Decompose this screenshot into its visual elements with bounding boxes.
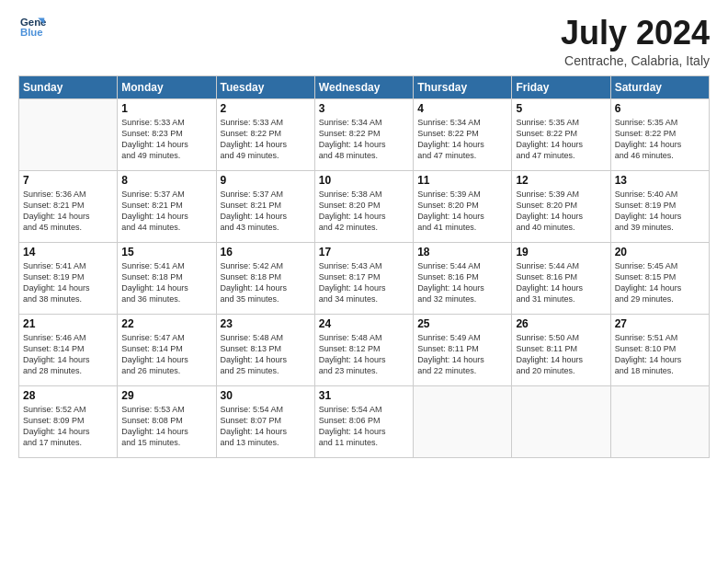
th-tuesday: Tuesday xyxy=(216,75,314,98)
th-saturday: Saturday xyxy=(610,75,709,98)
day-info: Sunrise: 5:44 AMSunset: 8:16 PMDaylight:… xyxy=(417,260,507,305)
day-number: 25 xyxy=(417,317,507,330)
day-number: 30 xyxy=(221,389,311,402)
calendar-body: 1Sunrise: 5:33 AMSunset: 8:23 PMDaylight… xyxy=(19,98,710,457)
calendar-cell: 15Sunrise: 5:41 AMSunset: 8:18 PMDayligh… xyxy=(118,242,216,314)
day-info: Sunrise: 5:37 AMSunset: 8:21 PMDaylight:… xyxy=(121,189,211,234)
day-number: 19 xyxy=(516,246,606,259)
day-number: 16 xyxy=(221,246,311,259)
day-info: Sunrise: 5:54 AMSunset: 8:07 PMDaylight:… xyxy=(221,404,311,449)
calendar-cell: 16Sunrise: 5:42 AMSunset: 8:18 PMDayligh… xyxy=(216,242,314,314)
day-number: 28 xyxy=(23,389,113,402)
calendar-cell: 18Sunrise: 5:44 AMSunset: 8:16 PMDayligh… xyxy=(414,242,512,314)
day-number: 6 xyxy=(615,102,705,115)
th-monday: Monday xyxy=(118,75,216,98)
day-number: 23 xyxy=(221,317,311,330)
logo-icon: General Blue xyxy=(20,15,46,40)
week-row-3: 21Sunrise: 5:46 AMSunset: 8:14 PMDayligh… xyxy=(19,314,710,385)
subtitle: Centrache, Calabria, Italy xyxy=(561,53,710,68)
day-info: Sunrise: 5:39 AMSunset: 8:20 PMDaylight:… xyxy=(417,189,507,234)
calendar-cell: 20Sunrise: 5:45 AMSunset: 8:15 PMDayligh… xyxy=(610,242,709,314)
weekday-header-row: Sunday Monday Tuesday Wednesday Thursday… xyxy=(19,75,710,98)
day-number: 7 xyxy=(23,174,113,187)
calendar-cell: 3Sunrise: 5:34 AMSunset: 8:22 PMDaylight… xyxy=(314,98,413,170)
calendar-cell: 14Sunrise: 5:41 AMSunset: 8:19 PMDayligh… xyxy=(19,242,118,314)
day-info: Sunrise: 5:36 AMSunset: 8:21 PMDaylight:… xyxy=(23,189,113,234)
calendar-cell: 12Sunrise: 5:39 AMSunset: 8:20 PMDayligh… xyxy=(512,170,610,242)
day-number: 27 xyxy=(615,317,705,330)
calendar-cell: 27Sunrise: 5:51 AMSunset: 8:10 PMDayligh… xyxy=(610,314,709,385)
calendar-cell: 24Sunrise: 5:48 AMSunset: 8:12 PMDayligh… xyxy=(314,314,413,385)
day-number: 10 xyxy=(319,174,409,187)
calendar-cell: 21Sunrise: 5:46 AMSunset: 8:14 PMDayligh… xyxy=(19,314,118,385)
day-info: Sunrise: 5:54 AMSunset: 8:06 PMDaylight:… xyxy=(319,404,409,449)
day-info: Sunrise: 5:37 AMSunset: 8:21 PMDaylight:… xyxy=(221,189,311,234)
day-info: Sunrise: 5:51 AMSunset: 8:10 PMDaylight:… xyxy=(615,332,705,377)
day-info: Sunrise: 5:38 AMSunset: 8:20 PMDaylight:… xyxy=(319,189,409,234)
calendar-cell: 7Sunrise: 5:36 AMSunset: 8:21 PMDaylight… xyxy=(19,170,118,242)
day-info: Sunrise: 5:42 AMSunset: 8:18 PMDaylight:… xyxy=(221,260,311,305)
day-info: Sunrise: 5:48 AMSunset: 8:13 PMDaylight:… xyxy=(221,332,311,377)
calendar-cell: 19Sunrise: 5:44 AMSunset: 8:16 PMDayligh… xyxy=(512,242,610,314)
day-number: 26 xyxy=(516,317,606,330)
day-info: Sunrise: 5:46 AMSunset: 8:14 PMDaylight:… xyxy=(23,332,113,377)
logo: General Blue xyxy=(18,15,46,40)
day-number: 4 xyxy=(417,102,507,115)
calendar-cell xyxy=(610,385,709,457)
day-number: 22 xyxy=(121,317,211,330)
calendar-cell: 31Sunrise: 5:54 AMSunset: 8:06 PMDayligh… xyxy=(314,385,413,457)
day-number: 31 xyxy=(319,389,409,402)
day-info: Sunrise: 5:47 AMSunset: 8:14 PMDaylight:… xyxy=(121,332,211,377)
day-number: 5 xyxy=(516,102,606,115)
calendar-cell xyxy=(19,98,118,170)
day-number: 8 xyxy=(121,174,211,187)
th-friday: Friday xyxy=(512,75,610,98)
th-sunday: Sunday xyxy=(19,75,118,98)
day-info: Sunrise: 5:35 AMSunset: 8:22 PMDaylight:… xyxy=(615,117,705,162)
day-info: Sunrise: 5:41 AMSunset: 8:19 PMDaylight:… xyxy=(23,260,113,305)
day-number: 13 xyxy=(615,174,705,187)
calendar-cell: 13Sunrise: 5:40 AMSunset: 8:19 PMDayligh… xyxy=(610,170,709,242)
day-number: 14 xyxy=(23,246,113,259)
calendar-cell: 6Sunrise: 5:35 AMSunset: 8:22 PMDaylight… xyxy=(610,98,709,170)
day-number: 12 xyxy=(516,174,606,187)
day-info: Sunrise: 5:35 AMSunset: 8:22 PMDaylight:… xyxy=(516,117,606,162)
calendar-cell: 30Sunrise: 5:54 AMSunset: 8:07 PMDayligh… xyxy=(216,385,314,457)
day-number: 20 xyxy=(615,246,705,259)
calendar-cell: 8Sunrise: 5:37 AMSunset: 8:21 PMDaylight… xyxy=(118,170,216,242)
week-row-4: 28Sunrise: 5:52 AMSunset: 8:09 PMDayligh… xyxy=(19,385,710,457)
month-title: July 2024 xyxy=(561,15,710,52)
calendar-cell: 17Sunrise: 5:43 AMSunset: 8:17 PMDayligh… xyxy=(314,242,413,314)
calendar-cell: 10Sunrise: 5:38 AMSunset: 8:20 PMDayligh… xyxy=(314,170,413,242)
day-number: 18 xyxy=(417,246,507,259)
calendar-cell xyxy=(414,385,512,457)
week-row-1: 7Sunrise: 5:36 AMSunset: 8:21 PMDaylight… xyxy=(19,170,710,242)
day-info: Sunrise: 5:33 AMSunset: 8:22 PMDaylight:… xyxy=(221,117,311,162)
calendar-cell: 11Sunrise: 5:39 AMSunset: 8:20 PMDayligh… xyxy=(414,170,512,242)
day-number: 2 xyxy=(221,102,311,115)
calendar-cell: 5Sunrise: 5:35 AMSunset: 8:22 PMDaylight… xyxy=(512,98,610,170)
calendar-cell xyxy=(512,385,610,457)
day-info: Sunrise: 5:45 AMSunset: 8:15 PMDaylight:… xyxy=(615,260,705,305)
day-info: Sunrise: 5:52 AMSunset: 8:09 PMDaylight:… xyxy=(23,404,113,449)
calendar-cell: 29Sunrise: 5:53 AMSunset: 8:08 PMDayligh… xyxy=(118,385,216,457)
day-info: Sunrise: 5:34 AMSunset: 8:22 PMDaylight:… xyxy=(319,117,409,162)
calendar-cell: 28Sunrise: 5:52 AMSunset: 8:09 PMDayligh… xyxy=(19,385,118,457)
day-number: 21 xyxy=(23,317,113,330)
day-number: 15 xyxy=(121,246,211,259)
svg-text:Blue: Blue xyxy=(20,27,43,38)
day-info: Sunrise: 5:40 AMSunset: 8:19 PMDaylight:… xyxy=(615,189,705,234)
day-info: Sunrise: 5:50 AMSunset: 8:11 PMDaylight:… xyxy=(516,332,606,377)
th-thursday: Thursday xyxy=(414,75,512,98)
day-number: 3 xyxy=(319,102,409,115)
th-wednesday: Wednesday xyxy=(314,75,413,98)
calendar-cell: 1Sunrise: 5:33 AMSunset: 8:23 PMDaylight… xyxy=(118,98,216,170)
day-number: 17 xyxy=(319,246,409,259)
day-info: Sunrise: 5:33 AMSunset: 8:23 PMDaylight:… xyxy=(121,117,211,162)
calendar-cell: 22Sunrise: 5:47 AMSunset: 8:14 PMDayligh… xyxy=(118,314,216,385)
day-number: 1 xyxy=(121,102,211,115)
week-row-2: 14Sunrise: 5:41 AMSunset: 8:19 PMDayligh… xyxy=(19,242,710,314)
calendar-cell: 23Sunrise: 5:48 AMSunset: 8:13 PMDayligh… xyxy=(216,314,314,385)
day-info: Sunrise: 5:48 AMSunset: 8:12 PMDaylight:… xyxy=(319,332,409,377)
day-info: Sunrise: 5:34 AMSunset: 8:22 PMDaylight:… xyxy=(417,117,507,162)
